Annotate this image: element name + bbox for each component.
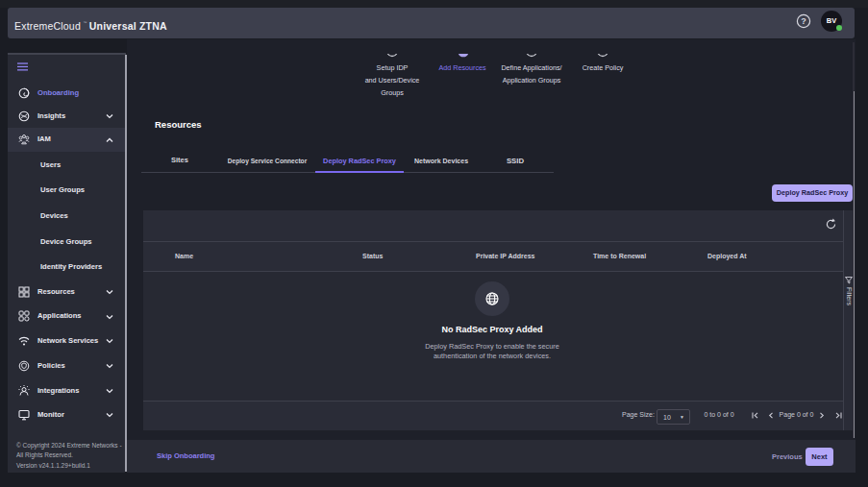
svg-text:?: ? [801,16,806,26]
